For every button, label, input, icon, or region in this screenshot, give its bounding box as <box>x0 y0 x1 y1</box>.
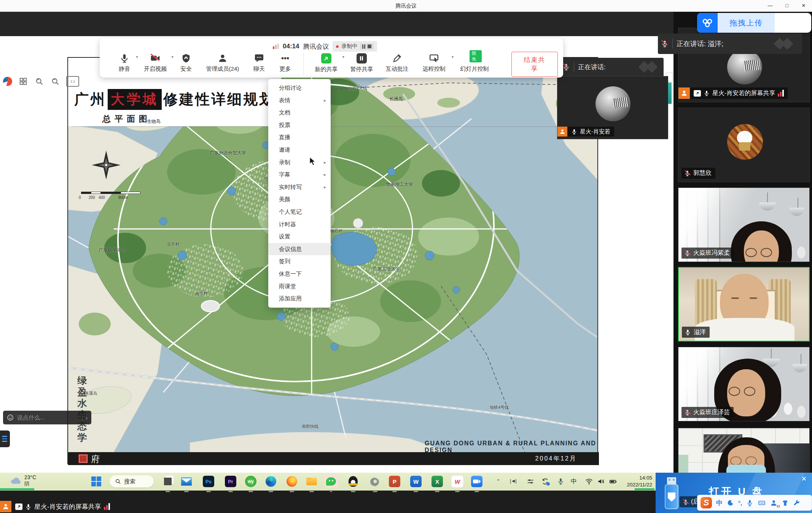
tray-sync-icon[interactable] <box>541 478 549 485</box>
menu-item-transcription[interactable]: 实时转写▸ <box>268 181 331 194</box>
slide-control-button[interactable]: 限免 幻灯片控制 <box>454 52 495 73</box>
firefox-icon[interactable] <box>285 475 298 488</box>
annotate-button[interactable]: 互动批注 <box>381 52 414 73</box>
maximize-button[interactable]: □ <box>779 0 795 11</box>
tray-ktv-icon[interactable]: |◄| <box>510 478 516 484</box>
excel-icon[interactable]: X <box>431 475 444 488</box>
drag-upload-label[interactable]: 拖拽上传 <box>718 13 775 33</box>
participant-tile[interactable]: 火焱班庄泽芸 <box>678 347 810 421</box>
tray-mixer-icon[interactable] <box>527 478 534 485</box>
menu-item-add-apps[interactable]: 添加应用 <box>268 292 331 305</box>
settings-gear-icon[interactable] <box>369 475 382 488</box>
actual-size-icon[interactable]: 1:1 <box>66 76 79 87</box>
new-share-button[interactable]: ▾ 新的共享 <box>310 52 343 73</box>
menu-item-poll[interactable]: 投票 <box>268 119 331 132</box>
word-icon[interactable]: W <box>409 475 422 488</box>
menu-item-checkin[interactable]: 签到 <box>268 255 331 268</box>
smiley-icon[interactable] <box>7 414 14 421</box>
moon-icon[interactable] <box>727 499 734 507</box>
wy-icon[interactable]: wy <box>244 475 257 488</box>
drag-upload-bar[interactable]: 拖拽上传 <box>697 13 811 33</box>
keyboard-icon[interactable] <box>758 499 766 507</box>
menu-handle[interactable] <box>0 430 10 447</box>
viewer-logo-icon[interactable] <box>3 77 12 86</box>
menu-item-timer[interactable]: 计时器 <box>268 218 331 231</box>
battery-icon[interactable] <box>609 478 617 485</box>
mute-button[interactable]: ▾ 静音 <box>113 52 137 73</box>
menu-item-record[interactable]: 录制▸ <box>268 156 331 169</box>
participant-tile[interactable]: 火焱班冯紫柔 <box>678 187 810 262</box>
minimize-button[interactable]: — <box>762 0 779 11</box>
menu-item-meeting-info[interactable]: 会议信息 <box>268 243 331 256</box>
video-options-caret[interactable]: ▾ <box>172 55 174 59</box>
toolbox-wrench-icon[interactable] <box>793 499 800 507</box>
menu-item-emoji[interactable]: 表情▸ <box>268 94 331 107</box>
taskbar-search[interactable]: 搜索 <box>110 475 154 488</box>
pause-recording-button[interactable] <box>362 44 365 49</box>
menu-item-invite[interactable]: 邀请 <box>268 144 331 156</box>
volume-icon[interactable] <box>597 478 605 485</box>
tray-mic-icon[interactable] <box>557 478 564 485</box>
edge-icon[interactable] <box>264 475 277 488</box>
voice-input-icon[interactable] <box>746 499 753 507</box>
thumbnail-grid-icon[interactable] <box>18 76 28 86</box>
manage-members-button[interactable]: 管理成员(24) <box>200 52 245 73</box>
menu-item-breakout[interactable]: 分组讨论 <box>268 82 331 94</box>
menu-item-docs[interactable]: 文档 <box>268 106 331 119</box>
menu-item-beauty[interactable]: 美颜 <box>268 193 331 206</box>
tencent-meeting-icon[interactable] <box>470 475 483 488</box>
share-options-caret[interactable]: ▾ <box>342 55 344 59</box>
tray-expand-chevron[interactable]: ⌃ <box>496 478 500 484</box>
file-explorer-icon[interactable] <box>305 475 318 488</box>
popup-close-icon[interactable]: ✕ <box>801 475 807 483</box>
weather-widget[interactable]: 23°C阴 <box>10 474 36 487</box>
input-language-indicator[interactable]: 中 <box>571 478 577 486</box>
collapse-chat-arrow[interactable]: ‹ <box>82 415 88 421</box>
chat-button[interactable]: 聊天 <box>247 52 271 73</box>
inner-speaker-tile[interactable]: 星火-肖安若 <box>557 76 668 139</box>
sogou-logo[interactable]: S <box>701 497 712 508</box>
menu-item-notes[interactable]: 个人笔记 <box>268 206 331 218</box>
close-button[interactable]: ✕ <box>795 0 812 11</box>
menu-item-break[interactable]: 休息一下 <box>268 268 331 280</box>
taskbar-clock[interactable]: 14:05 2022/11/22 <box>627 475 652 488</box>
wps-icon[interactable]: W <box>451 475 464 488</box>
weather-cloud-icon <box>10 475 21 486</box>
more-button[interactable]: ••• 更多 <box>273 52 297 73</box>
mail-icon[interactable] <box>180 475 193 488</box>
security-button[interactable]: 安全 <box>174 52 198 73</box>
remote-control-button[interactable]: ▾ 远程控制 <box>416 52 452 73</box>
account-icon[interactable]: 11 <box>770 499 777 507</box>
remote-options-caret[interactable]: ▾ <box>452 55 454 59</box>
chat-placeholder[interactable]: 说点什么... <box>17 414 79 421</box>
zoom-out-icon[interactable]: − <box>50 76 60 86</box>
wifi-icon[interactable] <box>585 478 593 485</box>
start-video-button[interactable]: ▾ 开启视频 <box>139 52 172 73</box>
wechat-icon[interactable] <box>325 475 338 488</box>
chat-input-bar[interactable]: 说点什么... ‹ <box>3 411 91 424</box>
end-share-button[interactable]: 结束共享 <box>511 52 558 77</box>
powerpoint-icon[interactable]: P <box>388 475 401 488</box>
menu-item-settings[interactable]: 设置 <box>268 230 331 243</box>
task-view-icon[interactable] <box>161 475 174 488</box>
map-footer-english: GUANG DONG URBAN & RURAL PLANNING AND DE… <box>425 440 597 454</box>
pause-share-button[interactable]: 暂停共享 <box>345 52 378 73</box>
premiere-icon[interactable]: Pr <box>224 475 237 488</box>
zoom-in-icon[interactable]: + <box>34 76 44 86</box>
mic-options-caret[interactable]: ▾ <box>136 55 138 59</box>
sogou-ime-bar: S 中 °, 11 <box>697 495 812 511</box>
menu-item-rain-classroom[interactable]: 雨课堂 <box>268 280 331 293</box>
ime-lang-indicator[interactable]: 中 <box>716 499 723 507</box>
stop-recording-button[interactable] <box>368 44 371 48</box>
skin-icon[interactable] <box>782 499 789 507</box>
menu-item-captions[interactable]: 字幕▸ <box>268 168 331 181</box>
start-button[interactable] <box>90 475 103 488</box>
planning-map: 广州 大学城 修建性详细规划 总平面图 0 200 400 800m 生物岛 地… <box>67 57 598 464</box>
menu-item-live[interactable]: 直播 <box>268 131 331 144</box>
photoshop-icon[interactable]: Ps <box>202 475 215 488</box>
muted-mic-icon <box>562 63 570 71</box>
qq-icon[interactable] <box>347 475 360 488</box>
participant-tile-speaking[interactable]: 溢洋 <box>678 267 810 341</box>
punctuation-icon[interactable]: °, <box>738 500 742 506</box>
participant-tile[interactable]: 郭慧欣 <box>678 108 810 182</box>
